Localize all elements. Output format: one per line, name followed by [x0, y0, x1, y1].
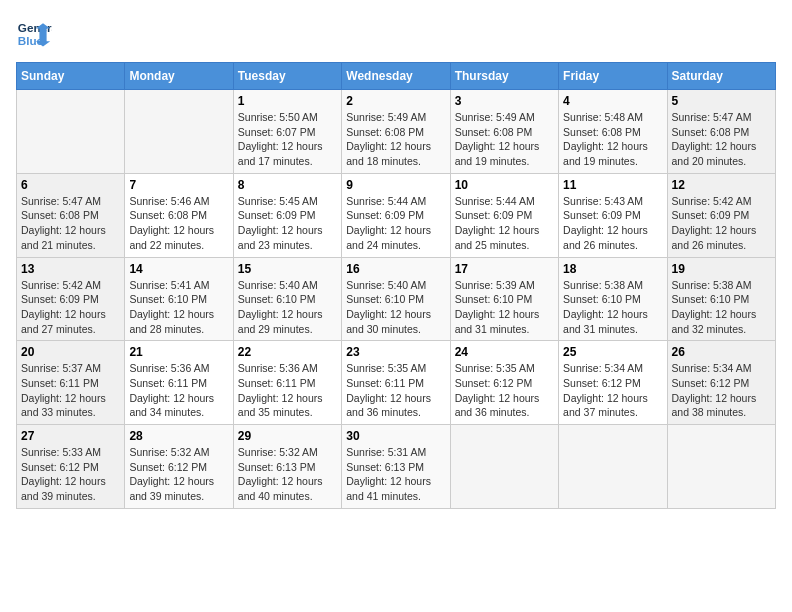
day-info: Sunrise: 5:31 AM Sunset: 6:13 PM Dayligh… [346, 445, 445, 504]
calendar-cell: 1Sunrise: 5:50 AM Sunset: 6:07 PM Daylig… [233, 90, 341, 174]
day-info: Sunrise: 5:41 AM Sunset: 6:10 PM Dayligh… [129, 278, 228, 337]
day-number: 17 [455, 262, 554, 276]
calendar-cell: 13Sunrise: 5:42 AM Sunset: 6:09 PM Dayli… [17, 257, 125, 341]
day-info: Sunrise: 5:32 AM Sunset: 6:13 PM Dayligh… [238, 445, 337, 504]
day-info: Sunrise: 5:44 AM Sunset: 6:09 PM Dayligh… [346, 194, 445, 253]
calendar-cell [667, 425, 775, 509]
day-info: Sunrise: 5:35 AM Sunset: 6:12 PM Dayligh… [455, 361, 554, 420]
day-number: 1 [238, 94, 337, 108]
day-info: Sunrise: 5:42 AM Sunset: 6:09 PM Dayligh… [672, 194, 771, 253]
day-number: 30 [346, 429, 445, 443]
day-number: 20 [21, 345, 120, 359]
day-number: 16 [346, 262, 445, 276]
day-info: Sunrise: 5:32 AM Sunset: 6:12 PM Dayligh… [129, 445, 228, 504]
calendar-cell: 24Sunrise: 5:35 AM Sunset: 6:12 PM Dayli… [450, 341, 558, 425]
day-number: 18 [563, 262, 662, 276]
calendar-cell: 25Sunrise: 5:34 AM Sunset: 6:12 PM Dayli… [559, 341, 667, 425]
calendar-body: 1Sunrise: 5:50 AM Sunset: 6:07 PM Daylig… [17, 90, 776, 509]
day-info: Sunrise: 5:36 AM Sunset: 6:11 PM Dayligh… [238, 361, 337, 420]
day-number: 3 [455, 94, 554, 108]
day-info: Sunrise: 5:43 AM Sunset: 6:09 PM Dayligh… [563, 194, 662, 253]
day-number: 13 [21, 262, 120, 276]
calendar-week-4: 20Sunrise: 5:37 AM Sunset: 6:11 PM Dayli… [17, 341, 776, 425]
day-info: Sunrise: 5:49 AM Sunset: 6:08 PM Dayligh… [455, 110, 554, 169]
day-number: 4 [563, 94, 662, 108]
weekday-thursday: Thursday [450, 63, 558, 90]
calendar-cell: 2Sunrise: 5:49 AM Sunset: 6:08 PM Daylig… [342, 90, 450, 174]
day-number: 29 [238, 429, 337, 443]
calendar-cell: 26Sunrise: 5:34 AM Sunset: 6:12 PM Dayli… [667, 341, 775, 425]
weekday-friday: Friday [559, 63, 667, 90]
day-info: Sunrise: 5:34 AM Sunset: 6:12 PM Dayligh… [672, 361, 771, 420]
day-info: Sunrise: 5:44 AM Sunset: 6:09 PM Dayligh… [455, 194, 554, 253]
calendar-cell: 20Sunrise: 5:37 AM Sunset: 6:11 PM Dayli… [17, 341, 125, 425]
calendar-cell: 29Sunrise: 5:32 AM Sunset: 6:13 PM Dayli… [233, 425, 341, 509]
day-number: 22 [238, 345, 337, 359]
day-info: Sunrise: 5:36 AM Sunset: 6:11 PM Dayligh… [129, 361, 228, 420]
calendar-cell: 14Sunrise: 5:41 AM Sunset: 6:10 PM Dayli… [125, 257, 233, 341]
day-info: Sunrise: 5:34 AM Sunset: 6:12 PM Dayligh… [563, 361, 662, 420]
day-number: 8 [238, 178, 337, 192]
day-info: Sunrise: 5:38 AM Sunset: 6:10 PM Dayligh… [563, 278, 662, 337]
day-number: 27 [21, 429, 120, 443]
calendar-cell: 6Sunrise: 5:47 AM Sunset: 6:08 PM Daylig… [17, 173, 125, 257]
calendar-cell [17, 90, 125, 174]
calendar-week-1: 1Sunrise: 5:50 AM Sunset: 6:07 PM Daylig… [17, 90, 776, 174]
day-info: Sunrise: 5:40 AM Sunset: 6:10 PM Dayligh… [346, 278, 445, 337]
day-info: Sunrise: 5:49 AM Sunset: 6:08 PM Dayligh… [346, 110, 445, 169]
day-number: 21 [129, 345, 228, 359]
weekday-sunday: Sunday [17, 63, 125, 90]
day-number: 23 [346, 345, 445, 359]
day-number: 25 [563, 345, 662, 359]
day-number: 26 [672, 345, 771, 359]
calendar-cell: 27Sunrise: 5:33 AM Sunset: 6:12 PM Dayli… [17, 425, 125, 509]
day-number: 19 [672, 262, 771, 276]
calendar-cell [450, 425, 558, 509]
calendar-cell: 3Sunrise: 5:49 AM Sunset: 6:08 PM Daylig… [450, 90, 558, 174]
day-number: 12 [672, 178, 771, 192]
calendar-cell: 10Sunrise: 5:44 AM Sunset: 6:09 PM Dayli… [450, 173, 558, 257]
calendar-cell: 9Sunrise: 5:44 AM Sunset: 6:09 PM Daylig… [342, 173, 450, 257]
calendar-cell: 30Sunrise: 5:31 AM Sunset: 6:13 PM Dayli… [342, 425, 450, 509]
calendar-week-2: 6Sunrise: 5:47 AM Sunset: 6:08 PM Daylig… [17, 173, 776, 257]
day-info: Sunrise: 5:40 AM Sunset: 6:10 PM Dayligh… [238, 278, 337, 337]
logo-icon: General Blue [16, 16, 52, 52]
calendar-cell: 21Sunrise: 5:36 AM Sunset: 6:11 PM Dayli… [125, 341, 233, 425]
calendar-cell: 22Sunrise: 5:36 AM Sunset: 6:11 PM Dayli… [233, 341, 341, 425]
day-number: 5 [672, 94, 771, 108]
calendar-cell: 7Sunrise: 5:46 AM Sunset: 6:08 PM Daylig… [125, 173, 233, 257]
day-info: Sunrise: 5:37 AM Sunset: 6:11 PM Dayligh… [21, 361, 120, 420]
day-number: 6 [21, 178, 120, 192]
day-info: Sunrise: 5:47 AM Sunset: 6:08 PM Dayligh… [21, 194, 120, 253]
calendar-cell: 8Sunrise: 5:45 AM Sunset: 6:09 PM Daylig… [233, 173, 341, 257]
day-info: Sunrise: 5:46 AM Sunset: 6:08 PM Dayligh… [129, 194, 228, 253]
calendar-cell: 11Sunrise: 5:43 AM Sunset: 6:09 PM Dayli… [559, 173, 667, 257]
calendar-cell: 18Sunrise: 5:38 AM Sunset: 6:10 PM Dayli… [559, 257, 667, 341]
day-number: 2 [346, 94, 445, 108]
day-info: Sunrise: 5:47 AM Sunset: 6:08 PM Dayligh… [672, 110, 771, 169]
day-info: Sunrise: 5:39 AM Sunset: 6:10 PM Dayligh… [455, 278, 554, 337]
calendar-cell: 16Sunrise: 5:40 AM Sunset: 6:10 PM Dayli… [342, 257, 450, 341]
calendar-header: SundayMondayTuesdayWednesdayThursdayFrid… [17, 63, 776, 90]
day-info: Sunrise: 5:50 AM Sunset: 6:07 PM Dayligh… [238, 110, 337, 169]
calendar-cell [125, 90, 233, 174]
day-info: Sunrise: 5:33 AM Sunset: 6:12 PM Dayligh… [21, 445, 120, 504]
calendar-cell: 28Sunrise: 5:32 AM Sunset: 6:12 PM Dayli… [125, 425, 233, 509]
day-info: Sunrise: 5:38 AM Sunset: 6:10 PM Dayligh… [672, 278, 771, 337]
calendar-cell: 23Sunrise: 5:35 AM Sunset: 6:11 PM Dayli… [342, 341, 450, 425]
page-header: General Blue [16, 16, 776, 52]
day-info: Sunrise: 5:35 AM Sunset: 6:11 PM Dayligh… [346, 361, 445, 420]
day-number: 9 [346, 178, 445, 192]
calendar-cell: 19Sunrise: 5:38 AM Sunset: 6:10 PM Dayli… [667, 257, 775, 341]
weekday-saturday: Saturday [667, 63, 775, 90]
day-number: 7 [129, 178, 228, 192]
calendar-cell: 15Sunrise: 5:40 AM Sunset: 6:10 PM Dayli… [233, 257, 341, 341]
weekday-header-row: SundayMondayTuesdayWednesdayThursdayFrid… [17, 63, 776, 90]
day-number: 28 [129, 429, 228, 443]
day-info: Sunrise: 5:45 AM Sunset: 6:09 PM Dayligh… [238, 194, 337, 253]
calendar-cell: 4Sunrise: 5:48 AM Sunset: 6:08 PM Daylig… [559, 90, 667, 174]
calendar-cell: 17Sunrise: 5:39 AM Sunset: 6:10 PM Dayli… [450, 257, 558, 341]
day-number: 24 [455, 345, 554, 359]
calendar-week-3: 13Sunrise: 5:42 AM Sunset: 6:09 PM Dayli… [17, 257, 776, 341]
day-number: 10 [455, 178, 554, 192]
